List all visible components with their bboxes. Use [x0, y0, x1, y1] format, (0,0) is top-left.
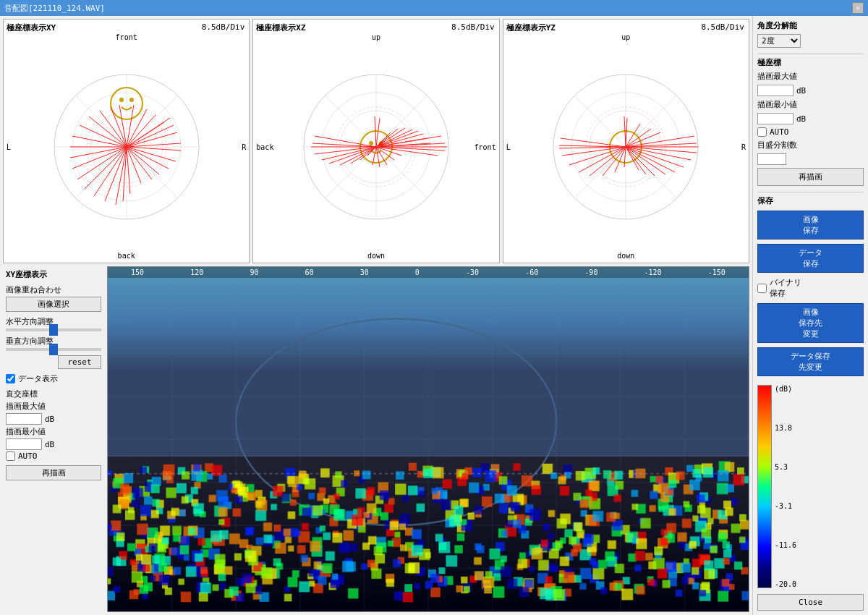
image-overlay-group: 画像重ね合わせ 画像選択 [6, 284, 101, 312]
reset-button[interactable]: reset [58, 355, 101, 369]
right-draw-max-label: 描画最大値 [757, 71, 864, 82]
image-overlay-label: 画像重ね合わせ [6, 284, 101, 295]
svg-line-18 [127, 147, 159, 174]
window-title: 音配図[221110_124.WAV] [4, 3, 105, 14]
angle-res-group: 角度分解能 2度 1度 5度 [757, 20, 864, 48]
redraw-button-left[interactable]: 再描画 [6, 465, 101, 480]
right-draw-min-label: 描画最小値 [757, 99, 864, 110]
polar-yz-display: up down L R [506, 33, 746, 260]
polar-yz-right: R [741, 143, 746, 150]
direct-coord-label: 直交座標 [6, 389, 101, 399]
data-save-button[interactable]: データ保存 [757, 244, 864, 273]
draw-max-row: 22.2 dB [6, 413, 101, 425]
svg-line-13 [127, 132, 177, 147]
polar-settings-title: 極座標 [757, 57, 864, 68]
right-draw-min-input[interactable]: -40 [757, 113, 793, 124]
grid-div-input[interactable]: 4 [757, 153, 786, 165]
right-panel: 角度分解能 2度 1度 5度 極座標 描画最大値 -6 dB 描画最小値 -40… [752, 16, 868, 615]
svg-line-31 [72, 136, 127, 147]
draw-min-unit: dB [45, 440, 54, 449]
colorbar-container: (dB) 13.8 5.3 -3.1 -11.6 -20.0 [757, 385, 864, 588]
svg-line-28 [72, 147, 127, 169]
right-auto-label: AUTO [770, 127, 789, 137]
right-redraw-button[interactable]: 再描画 [757, 168, 864, 186]
svg-line-97 [626, 147, 697, 153]
horizontal-group: 水平方向調整 [6, 316, 101, 331]
polar-xz-left: back [256, 143, 273, 150]
vertical-group: 垂直方向調整 [6, 336, 101, 351]
polar-yz-left: L [506, 143, 511, 150]
right-draw-max-unit: dB [796, 86, 806, 96]
polar-xy-db: 8.5dB/Div [202, 22, 245, 32]
draw-min-row: -20 dB [6, 438, 101, 450]
image-save-dest-button[interactable]: 画像保存先変更 [757, 303, 864, 343]
binary-save-row: バイナリ保存 [757, 277, 864, 299]
draw-max-unit: dB [45, 415, 54, 424]
data-display-row: データ表示 [6, 373, 101, 384]
svg-line-115 [626, 118, 627, 147]
polar-yz-bottom: down [617, 252, 634, 260]
svg-line-14 [127, 143, 181, 147]
vertical-slider[interactable] [6, 348, 101, 351]
colorbar-label-3: -3.1 [775, 502, 796, 510]
data-display-checkbox[interactable] [6, 374, 15, 383]
draw-min-input[interactable]: -20 [6, 438, 42, 450]
image-select-button[interactable]: 画像選択 [6, 297, 101, 312]
right-draw-min-row: -40 dB [757, 113, 864, 124]
svg-line-103 [626, 147, 646, 174]
save-section: 保存 画像保存 データ保存 バイナリ保存 画像保存先変更 データ保存先変更 [757, 192, 864, 376]
axis-labels-top: 150 120 90 60 30 0 -30 -60 -90 -120 -150 [108, 267, 749, 278]
binary-save-label: バイナリ保存 [770, 277, 801, 299]
colorbar [757, 385, 772, 588]
colorbar-label-5: -20.0 [775, 580, 796, 588]
polar-xz-top: up [372, 33, 380, 41]
colorbar-label-2: 5.3 [775, 463, 796, 471]
right-draw-max-row: -6 dB [757, 85, 864, 96]
left-controls: XY座標表示 画像重ね合わせ 画像選択 水平方向調整 垂直方向調整 reset [3, 266, 104, 612]
polar-xy-top: front [116, 33, 137, 41]
bottom-section: XY座標表示 画像重ね合わせ 画像選択 水平方向調整 垂直方向調整 reset [3, 266, 749, 612]
polar-xy-right: R [242, 143, 246, 150]
horizontal-slider[interactable] [6, 328, 101, 331]
svg-point-9 [119, 98, 124, 102]
draw-max-label2: 描画最大値 [6, 401, 101, 412]
title-bar: 音配図[221110_124.WAV] ✕ [0, 0, 868, 16]
binary-save-checkbox[interactable] [757, 284, 767, 293]
image-save-button[interactable]: 画像保存 [757, 211, 864, 239]
svg-line-102 [626, 147, 655, 176]
svg-point-51 [369, 141, 373, 145]
right-draw-min-unit: dB [796, 114, 806, 124]
draw-max-input[interactable]: 22.2 [6, 413, 42, 425]
polar-yz-title: 極座標表示YZ [506, 22, 556, 33]
polar-panel-yz: 極座標表示YZ 8.5dB/Div up down L R [503, 19, 749, 263]
right-auto-checkbox[interactable] [757, 127, 767, 137]
right-auto-row: AUTO [757, 127, 864, 137]
polar-xy-display: front back L R [7, 33, 246, 260]
polar-xz-bottom: down [367, 252, 385, 260]
data-display-label: データ表示 [18, 373, 58, 384]
svg-line-112 [603, 147, 626, 176]
polar-xz-db: 8.5dB/Div [451, 22, 495, 32]
colorbar-label-1: 13.8 [775, 424, 796, 432]
colorbar-labels: (dB) 13.8 5.3 -3.1 -11.6 -20.0 [775, 385, 796, 588]
polar-xz-right: front [475, 143, 496, 150]
svg-line-117 [626, 124, 640, 147]
auto-row2: AUTO [6, 451, 101, 461]
auto-checkbox2[interactable] [6, 451, 15, 461]
polar-xy-chart [40, 60, 213, 234]
polar-section: 極座標表示XY 8.5dB/Div front back L R [3, 19, 749, 263]
data-save-dest-button[interactable]: データ保存先変更 [757, 347, 864, 376]
angle-res-select[interactable]: 2度 1度 5度 [757, 34, 801, 48]
polar-settings-group: 極座標 描画最大値 -6 dB 描画最小値 -40 dB AUTO 目盛分割数 … [757, 54, 864, 186]
colorbar-label-db: (dB) [775, 385, 796, 393]
polar-xz-title: 極座標表示XZ [256, 22, 305, 33]
close-button-bottom[interactable]: Close [757, 594, 864, 611]
polar-panel-xy: 極座標表示XY 8.5dB/Div front back L R [3, 19, 250, 263]
angle-res-label: 角度分解能 [757, 20, 864, 31]
close-button[interactable]: ✕ [852, 2, 864, 14]
xy-section-label: XY座標表示 [6, 269, 101, 280]
save-label: 保存 [757, 195, 864, 206]
polar-yz-db: 8.5dB/Div [701, 22, 744, 32]
polar-xz-display: up down back front [256, 33, 495, 260]
right-draw-max-input[interactable]: -6 [757, 85, 793, 96]
